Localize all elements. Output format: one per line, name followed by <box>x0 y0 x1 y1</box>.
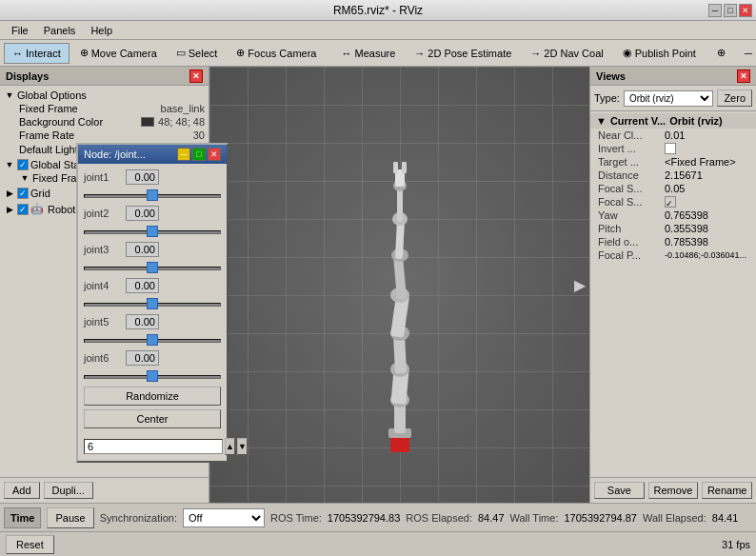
displays-panel: Displays ✕ ▼ Global Options Fixed Frame … <box>0 67 209 503</box>
joint1-slider[interactable] <box>84 189 221 204</box>
maximize-button[interactable]: □ <box>724 4 737 17</box>
bg-color-row: Background Color 48; 48; 48 <box>15 115 209 129</box>
spin-down-button[interactable]: ▼ <box>237 438 248 455</box>
joint6-slider[interactable] <box>84 369 221 385</box>
measure-button[interactable]: ↔ Measure <box>332 43 404 64</box>
duplicate-display-button[interactable]: Dupli... <box>44 482 93 499</box>
sync-select[interactable]: Off Exact Approximate <box>183 508 265 527</box>
focal-s1-value: 0.05 <box>665 183 748 194</box>
joint2-slider[interactable] <box>84 225 221 240</box>
displays-bottom: Add Dupli... <box>0 477 209 503</box>
robot-model-expand[interactable]: ▶ <box>4 204 15 215</box>
toolbar-extra-1[interactable]: ⊕ <box>708 43 734 64</box>
joint-dialog-minimize[interactable]: ─ <box>177 148 190 161</box>
focal-s2-checkbox[interactable]: ✓ <box>665 196 676 208</box>
fixed-frame-label: Fixed Frame <box>19 103 159 114</box>
remove-view-button[interactable]: Remove <box>648 482 699 499</box>
select-icon: ▭ <box>176 47 186 59</box>
joint-num-input[interactable] <box>84 439 223 454</box>
fixed-frame-status-expand[interactable]: ▼ <box>19 172 30 184</box>
views-type-select[interactable]: Orbit (rviz) <box>624 90 713 107</box>
joint3-thumb[interactable] <box>147 262 158 273</box>
joint5-slider[interactable] <box>84 333 221 348</box>
menu-help[interactable]: Help <box>83 23 120 38</box>
joint6-thumb[interactable] <box>147 370 158 382</box>
joint1-input[interactable] <box>126 169 159 185</box>
displays-close-button[interactable]: ✕ <box>189 70 203 83</box>
yaw-row: Yaw 0.765398 <box>590 208 756 222</box>
time-bar: Time Pause Synchronization: Off Exact Ap… <box>0 503 756 531</box>
pause-button[interactable]: Pause <box>47 507 93 528</box>
robot-arm-svg <box>371 105 428 457</box>
menu-panels[interactable]: Panels <box>36 23 84 38</box>
publish-point-button[interactable]: ◉ Publish Point <box>614 43 705 64</box>
joint6-input[interactable] <box>126 350 159 366</box>
menu-file[interactable]: File <box>4 23 36 38</box>
joint4-thumb[interactable] <box>147 298 158 309</box>
focus-camera-button[interactable]: ⊕ Focus Camera <box>228 43 325 64</box>
pitch-label: Pitch <box>598 223 665 234</box>
title-bar: RM65.rviz* - RViz ─ □ ✕ <box>0 0 756 21</box>
joint1-label: joint1 <box>84 171 122 183</box>
joint2-thumb[interactable] <box>147 226 158 237</box>
joint4-input[interactable] <box>126 278 159 293</box>
add-display-button[interactable]: Add <box>4 482 40 499</box>
views-close-button[interactable]: ✕ <box>737 70 750 83</box>
grid-expand[interactable]: ▶ <box>4 188 15 199</box>
joint4-slider[interactable] <box>84 297 221 312</box>
randomize-button[interactable]: Randomize <box>84 387 221 406</box>
minimize-button[interactable]: ─ <box>708 4 722 17</box>
focal-s1-row: Focal S... 0.05 <box>590 182 756 195</box>
joint-dialog-close[interactable]: ✕ <box>208 148 221 161</box>
joint5-input[interactable] <box>126 314 159 329</box>
joint3-label: joint3 <box>84 244 122 255</box>
fps-display: 31 fps <box>722 539 750 550</box>
measure-icon: ↔ <box>341 48 351 59</box>
zero-button[interactable]: Zero <box>717 89 752 107</box>
field-of-view-value: 0.785398 <box>665 236 748 248</box>
views-section-header[interactable]: ▼ Current V... Orbit (rviz) <box>590 113 756 129</box>
joint-dialog-content: joint1 joint2 joint3 <box>78 164 227 438</box>
select-button[interactable]: ▭ Select <box>168 43 227 64</box>
toolbar-extra-2[interactable]: ─ <box>736 43 756 64</box>
yaw-label: Yaw <box>598 209 665 221</box>
center-button[interactable]: Center <box>84 409 221 428</box>
3d-view[interactable]: ◀ ▶ <box>209 67 589 503</box>
save-view-button[interactable]: Save <box>594 482 645 499</box>
joint1-thumb[interactable] <box>147 189 158 201</box>
nav-arrow-right[interactable]: ▶ <box>574 276 586 294</box>
viewport[interactable]: ◀ ▶ <box>209 67 589 503</box>
reset-button[interactable]: Reset <box>6 535 54 554</box>
focal-point-row: Focal P... -0.10486;-0.036041... <box>590 248 756 262</box>
spin-up-button[interactable]: ▲ <box>225 438 235 455</box>
bg-color-swatch[interactable] <box>141 117 154 127</box>
global-options-expand[interactable]: ▼ <box>4 89 15 101</box>
close-button[interactable]: ✕ <box>739 4 752 17</box>
robot-model-checkbox[interactable]: ✓ <box>17 204 29 215</box>
near-clip-row: Near Cl... 0.01 <box>590 129 756 142</box>
fixed-frame-value: base_link <box>161 103 205 114</box>
bg-color-value: 48; 48; 48 <box>158 116 205 128</box>
global-options-label: Global Options <box>17 89 205 101</box>
interact-button[interactable]: ↔ Interact <box>4 43 70 64</box>
views-title: Views <box>596 70 626 82</box>
global-status-checkbox[interactable]: ✓ <box>17 159 29 170</box>
invert-checkbox[interactable] <box>665 143 676 154</box>
nav-goal-button[interactable]: → 2D Nav Coal <box>522 43 611 64</box>
move-camera-button[interactable]: ⊕ Move Camera <box>71 43 166 64</box>
joint-dialog-maximize[interactable]: □ <box>192 148 206 161</box>
joint5-label: joint5 <box>84 316 122 328</box>
pose-estimate-button[interactable]: → 2D Pose Estimate <box>406 43 520 64</box>
rename-view-button[interactable]: Rename <box>702 482 752 499</box>
window-controls[interactable]: ─ □ ✕ <box>708 4 752 17</box>
views-current-section: ▼ Current V... Orbit (rviz) Near Cl... 0… <box>590 111 756 264</box>
grid-checkbox[interactable]: ✓ <box>17 188 29 199</box>
joint3-input[interactable] <box>126 242 159 257</box>
global-status-expand[interactable]: ▼ <box>4 159 15 170</box>
target-value: <Fixed Frame> <box>665 156 748 168</box>
joint3-slider[interactable] <box>84 261 221 276</box>
joint-dialog-title[interactable]: Node: /joint... ─ □ ✕ <box>78 145 227 164</box>
displays-title: Displays <box>6 70 49 82</box>
joint5-thumb[interactable] <box>147 334 158 346</box>
joint2-input[interactable] <box>126 206 159 221</box>
